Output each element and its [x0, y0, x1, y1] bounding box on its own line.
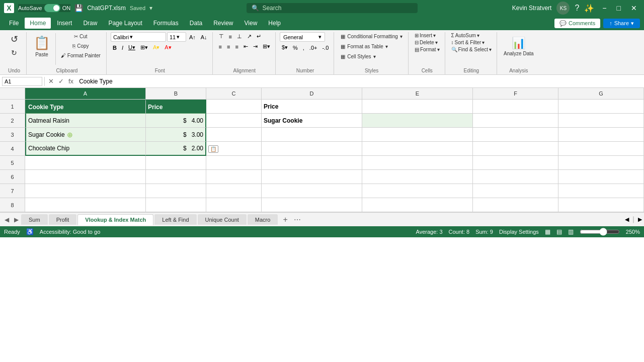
cell-d2[interactable]: Sugar Cookie [262, 114, 362, 128]
merge-button[interactable]: ⊞▾ [261, 42, 272, 51]
cell-e8[interactable] [362, 198, 473, 212]
cell-styles-button[interactable]: ▦ Cell Styles ▾ [338, 52, 378, 61]
col-header-e[interactable]: E [362, 88, 473, 99]
increase-decimal-button[interactable]: .0+ [307, 44, 319, 52]
cell-g5[interactable] [558, 156, 644, 170]
sort-filter-button[interactable]: ↕ Sort & Filter ▾ [449, 39, 494, 46]
cell-a4[interactable]: Chocolate Chip [25, 142, 146, 156]
cell-f3[interactable] [473, 128, 558, 142]
close-button[interactable]: ✕ [628, 3, 640, 13]
col-header-c[interactable]: C [206, 88, 262, 99]
cell-g2[interactable] [558, 114, 644, 128]
maximize-button[interactable]: □ [614, 3, 624, 13]
currency-button[interactable]: $▾ [280, 43, 290, 52]
cell-e7[interactable] [362, 184, 473, 198]
delete-button[interactable]: ⊟ Delete ▾ [413, 39, 442, 46]
italic-button[interactable]: I [120, 43, 125, 52]
magic-icon[interactable]: ✨ [584, 4, 594, 13]
row-header-7[interactable]: 7 [0, 184, 25, 198]
menu-draw[interactable]: Draw [78, 18, 102, 29]
cell-b4[interactable]: $2.00 [146, 142, 206, 156]
menu-review[interactable]: Review [208, 18, 238, 29]
tab-nav-next[interactable]: ▶ [12, 214, 21, 225]
row-header-3[interactable]: 3 [0, 128, 25, 142]
cell-d4[interactable] [262, 142, 362, 156]
menu-formulas[interactable]: Formulas [148, 18, 184, 29]
percent-button[interactable]: % [291, 44, 300, 52]
comments-button[interactable]: 💬 Comments [554, 19, 600, 28]
cut-button[interactable]: ✂ Cut [58, 32, 103, 41]
cell-a7[interactable] [25, 184, 146, 198]
share-button[interactable]: ↑ Share ▾ [603, 19, 640, 28]
format-button[interactable]: ▤ Format ▾ [413, 46, 442, 53]
menu-file[interactable]: File [4, 18, 24, 29]
cell-a3[interactable]: Sugar Cookie ⊕ [25, 128, 146, 142]
hscroll-left[interactable]: ◀ [625, 216, 629, 223]
align-right-button[interactable]: ≡ [233, 42, 240, 51]
cell-c6[interactable] [206, 170, 262, 184]
cell-b1[interactable]: Price [146, 100, 206, 114]
formula-confirm-button[interactable]: ✓ [57, 77, 65, 85]
conditional-formatting-button[interactable]: ▦ Conditional Formatting ▾ [338, 32, 405, 41]
cell-ref-input[interactable] [2, 77, 42, 86]
cell-b7[interactable] [146, 184, 206, 198]
page-layout-view-button[interactable]: ▤ [556, 228, 562, 235]
tab-sum[interactable]: Sum [21, 214, 48, 225]
tab-unique-count[interactable]: Unique Count [198, 214, 247, 225]
help-icon[interactable]: ? [575, 4, 579, 13]
hscroll-right[interactable]: ▶ [638, 216, 642, 223]
cell-b5[interactable] [146, 156, 206, 170]
cell-g3[interactable] [558, 128, 644, 142]
cell-f4[interactable] [473, 142, 558, 156]
borders-button[interactable]: ⊞▾ [138, 43, 150, 52]
outdent-button[interactable]: ⇥ [251, 42, 260, 51]
cell-d8[interactable] [262, 198, 362, 212]
cell-c5[interactable] [206, 156, 262, 170]
orientation-button[interactable]: ↗ [245, 32, 254, 41]
menu-view[interactable]: View [239, 18, 263, 29]
display-settings-button[interactable]: Display Settings [499, 229, 539, 235]
cell-e1[interactable] [362, 100, 473, 114]
redo-button[interactable]: ↻ [5, 47, 23, 58]
decrease-decimal-button[interactable]: -.0 [320, 44, 331, 52]
align-bottom-button[interactable]: ⊥ [235, 32, 244, 41]
cell-b8[interactable] [146, 198, 206, 212]
cell-g1[interactable] [558, 100, 644, 114]
search-box[interactable]: 🔍 Search [247, 3, 418, 13]
row-header-6[interactable]: 6 [0, 170, 25, 184]
wrap-text-button[interactable]: ↵ [255, 32, 263, 41]
align-center-button[interactable]: ≡ [225, 42, 232, 51]
cell-e5[interactable] [362, 156, 473, 170]
find-select-button[interactable]: 🔍 Find & Select ▾ [449, 46, 494, 53]
add-sheet-button[interactable]: + [279, 213, 291, 226]
col-header-g[interactable]: G [558, 88, 644, 99]
sum-button[interactable]: Σ AutoSum ▾ [449, 32, 494, 39]
format-as-table-button[interactable]: ▦ Format as Table ▾ [338, 42, 390, 51]
cell-d5[interactable] [262, 156, 362, 170]
cell-c7[interactable] [206, 184, 262, 198]
align-left-button[interactable]: ≡ [217, 42, 224, 51]
menu-page-layout[interactable]: Page Layout [103, 18, 147, 29]
cell-b2[interactable]: $4.00 [146, 114, 206, 128]
cell-f1[interactable] [473, 100, 558, 114]
cell-e4[interactable] [362, 142, 473, 156]
font-color-button[interactable]: A▾ [163, 43, 173, 52]
underline-button[interactable]: U▾ [126, 43, 137, 52]
insert-button[interactable]: ⊞ Insert ▾ [413, 32, 442, 39]
cell-f6[interactable] [473, 170, 558, 184]
cell-c8[interactable] [206, 198, 262, 212]
col-header-b[interactable]: B [146, 88, 206, 99]
cell-c4[interactable]: 📋 [206, 142, 262, 156]
row-header-1[interactable]: 1 [0, 100, 25, 114]
shrink-font-button[interactable]: A↓ [199, 32, 209, 42]
cell-g8[interactable] [558, 198, 644, 212]
page-break-view-button[interactable]: ▥ [568, 228, 574, 235]
menu-data[interactable]: Data [185, 18, 207, 29]
cell-c3[interactable] [206, 128, 262, 142]
tab-nav-prev[interactable]: ◀ [2, 214, 12, 225]
cell-c1[interactable] [206, 100, 262, 114]
cell-f5[interactable] [473, 156, 558, 170]
indent-button[interactable]: ⇤ [242, 42, 250, 51]
cell-d3[interactable] [262, 128, 362, 142]
grow-font-button[interactable]: A↑ [187, 32, 198, 42]
